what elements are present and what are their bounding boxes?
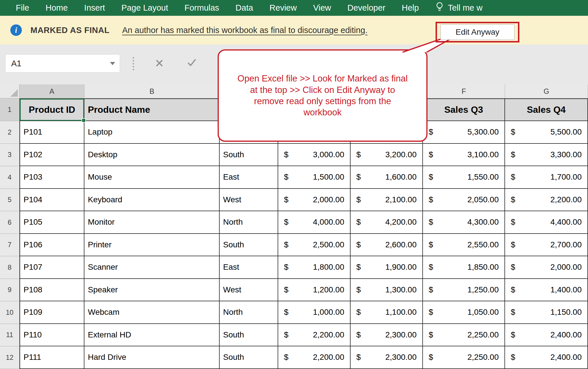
cell[interactable]: $2,200.00 bbox=[505, 189, 588, 211]
cell[interactable]: $2,050.00 bbox=[423, 189, 505, 211]
cell[interactable]: $2,550.00 bbox=[423, 234, 505, 257]
cell[interactable]: South bbox=[220, 144, 278, 166]
cell[interactable]: Scanner bbox=[84, 256, 220, 279]
cell[interactable]: West bbox=[220, 279, 278, 302]
cell[interactable]: $1,200.00 bbox=[278, 279, 351, 302]
cell[interactable]: Monitor bbox=[84, 211, 220, 234]
cell[interactable]: P103 bbox=[20, 166, 84, 189]
cell[interactable]: Printer bbox=[84, 234, 220, 257]
cell[interactable]: $2,100.00 bbox=[351, 189, 423, 211]
fill-handle[interactable] bbox=[82, 118, 86, 123]
cell[interactable]: East bbox=[220, 256, 278, 279]
cancel-icon[interactable] bbox=[154, 58, 164, 69]
cell[interactable]: $2,200.00 bbox=[278, 324, 351, 347]
cell[interactable]: West bbox=[220, 189, 278, 211]
row-header-4[interactable]: 4 bbox=[0, 166, 20, 189]
row-header-2[interactable]: 2 bbox=[0, 121, 20, 144]
cell[interactable]: $1,400.00 bbox=[505, 279, 588, 302]
row-header-1[interactable]: 1 bbox=[0, 98, 20, 121]
cell[interactable]: $1,850.00 bbox=[423, 256, 505, 279]
row-header-7[interactable]: 7 bbox=[0, 234, 20, 257]
cell[interactable]: P108 bbox=[20, 279, 84, 302]
cell[interactable]: $4,300.00 bbox=[423, 211, 505, 234]
tab-file[interactable]: File bbox=[16, 3, 29, 13]
cell[interactable]: P106 bbox=[20, 234, 84, 257]
cell[interactable]: $1,100.00 bbox=[351, 301, 423, 324]
tab-insert[interactable]: Insert bbox=[84, 3, 105, 13]
tab-page-layout[interactable]: Page Layout bbox=[121, 3, 168, 13]
cell[interactable]: $2,600.00 bbox=[351, 234, 423, 257]
cell[interactable]: $2,300.00 bbox=[351, 324, 423, 347]
cell[interactable]: P102 bbox=[20, 144, 84, 166]
cell[interactable]: $1,550.00 bbox=[423, 166, 505, 189]
column-header-A[interactable]: A bbox=[20, 84, 84, 98]
column-header-F[interactable]: F bbox=[423, 84, 505, 98]
tab-data[interactable]: Data bbox=[235, 3, 253, 13]
cell[interactable]: North bbox=[220, 301, 278, 324]
cell[interactable]: East bbox=[220, 166, 278, 189]
enter-icon[interactable] bbox=[186, 57, 198, 69]
cell[interactable]: Desktop bbox=[84, 144, 220, 166]
edit-anyway-button[interactable]: Edit Anyway bbox=[440, 24, 514, 40]
cell[interactable]: External HD bbox=[84, 324, 220, 347]
cell[interactable]: $2,400.00 bbox=[505, 346, 588, 369]
cell[interactable]: South bbox=[220, 346, 278, 369]
cell[interactable]: Sales Q3 bbox=[423, 98, 505, 121]
cell[interactable]: P104 bbox=[20, 189, 84, 211]
tab-review[interactable]: Review bbox=[270, 3, 297, 13]
column-header-B[interactable]: B bbox=[84, 84, 220, 98]
cell[interactable]: $1,150.00 bbox=[505, 301, 588, 324]
cell[interactable]: $1,000.00 bbox=[278, 301, 351, 324]
cell[interactable]: Sales Q4 bbox=[505, 98, 588, 121]
tab-help[interactable]: Help bbox=[402, 3, 419, 13]
cell[interactable]: $1,600.00 bbox=[351, 166, 423, 189]
cell[interactable]: P109 bbox=[20, 301, 84, 324]
column-header-G[interactable]: G bbox=[505, 84, 588, 98]
cell[interactable]: $1,300.00 bbox=[351, 279, 423, 302]
cell[interactable]: P107 bbox=[20, 256, 84, 279]
cell[interactable]: $1,050.00 bbox=[423, 301, 505, 324]
cell[interactable]: $3,200.00 bbox=[351, 144, 423, 166]
cell[interactable]: $2,500.00 bbox=[278, 234, 351, 257]
cell[interactable]: Mouse bbox=[84, 166, 220, 189]
cell[interactable]: $1,800.00 bbox=[278, 256, 351, 279]
select-all-corner[interactable] bbox=[0, 84, 20, 98]
cell[interactable]: Keyboard bbox=[84, 189, 220, 211]
cell[interactable]: North bbox=[220, 211, 278, 234]
cell[interactable]: $2,000.00 bbox=[278, 189, 351, 211]
cell[interactable]: $4,200.00 bbox=[351, 211, 423, 234]
cell[interactable]: $3,300.00 bbox=[505, 144, 588, 166]
cell[interactable]: South bbox=[220, 324, 278, 347]
cell[interactable]: $3,000.00 bbox=[278, 144, 351, 166]
row-header-10[interactable]: 10 bbox=[0, 301, 20, 324]
cell[interactable]: $2,250.00 bbox=[423, 324, 505, 347]
cell[interactable]: Laptop bbox=[84, 121, 220, 144]
cell[interactable]: $2,700.00 bbox=[505, 234, 588, 257]
tell-me-box[interactable]: Tell me w bbox=[435, 2, 483, 14]
row-header-5[interactable]: 5 bbox=[0, 189, 20, 211]
cell[interactable]: $3,100.00 bbox=[423, 144, 505, 166]
name-box[interactable]: A1 bbox=[5, 54, 120, 73]
cell[interactable]: Hard Drive bbox=[84, 346, 220, 369]
cell[interactable]: Speaker bbox=[84, 279, 220, 302]
cell[interactable]: $2,300.00 bbox=[351, 346, 423, 369]
row-header-12[interactable]: 12 bbox=[0, 346, 20, 369]
cell[interactable]: $2,200.00 bbox=[278, 346, 351, 369]
cell[interactable]: Webcam bbox=[84, 301, 220, 324]
tab-view[interactable]: View bbox=[313, 3, 331, 13]
cell[interactable]: Product ID bbox=[20, 98, 84, 121]
row-header-11[interactable]: 11 bbox=[0, 324, 20, 347]
cell[interactable]: $1,900.00 bbox=[351, 256, 423, 279]
cell[interactable]: $2,000.00 bbox=[505, 256, 588, 279]
tab-home[interactable]: Home bbox=[46, 3, 68, 13]
cell[interactable]: P110 bbox=[20, 324, 84, 347]
tab-formulas[interactable]: Formulas bbox=[184, 3, 219, 13]
cell[interactable]: P101 bbox=[20, 121, 84, 144]
cell[interactable]: $1,500.00 bbox=[278, 166, 351, 189]
cell[interactable]: $1,700.00 bbox=[505, 166, 588, 189]
cell[interactable]: $4,000.00 bbox=[278, 211, 351, 234]
cell[interactable]: $4,400.00 bbox=[505, 211, 588, 234]
cell[interactable]: $1,250.00 bbox=[423, 279, 505, 302]
row-header-3[interactable]: 3 bbox=[0, 144, 20, 166]
cell[interactable]: $5,500.00 bbox=[505, 121, 588, 144]
